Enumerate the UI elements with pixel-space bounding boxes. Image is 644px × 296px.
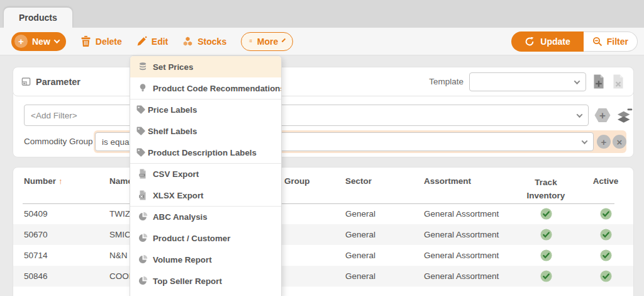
- template-label: Template: [429, 77, 464, 86]
- delete-button[interactable]: Delete: [80, 36, 122, 47]
- refresh-icon: [525, 37, 535, 47]
- chevron-down-icon: [577, 111, 583, 118]
- menu-item-label: XLSX Export: [153, 191, 204, 200]
- add-filter-button[interactable]: +: [594, 108, 611, 123]
- header-divider: [23, 203, 614, 204]
- tab-strip: Products: [0, 0, 644, 28]
- menu-item-label: Volume Report: [153, 255, 212, 265]
- menu-item-label: Product Description Labels: [148, 148, 257, 157]
- menu-item-csv-export[interactable]: CSV Export: [130, 163, 281, 185]
- tab-products-label: Products: [19, 13, 57, 23]
- update-button[interactable]: Update: [511, 31, 583, 52]
- cell-track-inventory: [511, 270, 580, 282]
- menu-item-shelf-labels[interactable]: Shelf Labels: [130, 120, 281, 142]
- menu-item-product-code-recommendations[interactable]: Product Code Recommendations: [130, 77, 281, 99]
- menu-item-set-prices[interactable]: Set Prices: [130, 56, 281, 77]
- column-header-track-inventory[interactable]: Track Inventory: [522, 176, 570, 203]
- template-select[interactable]: [469, 72, 586, 91]
- filter-button-label: Filter: [607, 37, 628, 47]
- cell-active: [580, 249, 631, 261]
- filter-button[interactable]: Filter: [584, 31, 638, 52]
- cell-active: [580, 208, 631, 220]
- remove-condition-button[interactable]: ×: [613, 135, 626, 149]
- menu-item-label: Top Seller Report: [153, 276, 222, 286]
- cell-assortment: General Assortment: [424, 230, 511, 239]
- cell-sector: General: [345, 209, 424, 219]
- cell-assortment: General Assortment: [424, 271, 511, 281]
- pie-chart-icon: [138, 212, 148, 222]
- menu-item-label: Price Labels: [148, 105, 197, 115]
- column-header-active[interactable]: Active: [580, 176, 631, 186]
- parameter-panel-header: Parameter Template: [13, 67, 634, 96]
- column-header-group[interactable]: Group: [284, 176, 345, 186]
- update-button-label: Update: [540, 37, 570, 47]
- menu-item-label: Shelf Labels: [148, 127, 197, 136]
- column-header-assortment[interactable]: Assortment: [424, 176, 511, 186]
- column-header-sector[interactable]: Sector: [345, 176, 424, 186]
- menu-item-xlsx-export[interactable]: XLSX Export: [130, 185, 281, 206]
- cell-number: 50846: [24, 271, 109, 281]
- cell-assortment: General Assortment: [424, 209, 511, 219]
- more-dropdown-menu: Set Prices Product Code Recommendations …: [130, 55, 282, 296]
- menu-item-price-labels[interactable]: Price Labels: [130, 99, 281, 120]
- parameter-title-label: Parameter: [36, 77, 80, 87]
- tag-icon: [136, 105, 146, 115]
- more-button[interactable]: More: [241, 32, 292, 51]
- menu-item-top-seller-report[interactable]: Top Seller Report: [130, 270, 281, 292]
- stocks-button[interactable]: Stocks: [182, 36, 226, 47]
- column-header-label: Number: [24, 176, 56, 186]
- coins-icon: [138, 62, 148, 72]
- panel-layout-icon: [21, 77, 31, 86]
- pie-chart-icon: [138, 276, 148, 286]
- more-button-label: More: [257, 37, 278, 47]
- chevron-down-icon: [574, 78, 580, 84]
- file-csv-icon: [138, 169, 148, 179]
- filter-field-label: Commodity Group: [24, 137, 93, 146]
- new-button-label: New: [32, 37, 50, 47]
- cell-sector: General: [345, 251, 424, 260]
- menu-item-product-customer[interactable]: Product / Customer: [130, 227, 281, 249]
- stocks-button-label: Stocks: [197, 37, 226, 47]
- tag-icon: [136, 126, 146, 136]
- table-row[interactable]: 50409 TWIZ General General Assortment: [13, 203, 633, 224]
- table-row[interactable]: 50714 N&N General General Assortment: [13, 245, 633, 266]
- check-icon: [600, 229, 612, 241]
- chevron-down-icon: [282, 38, 286, 43]
- add-condition-button[interactable]: +: [597, 135, 611, 149]
- plus-icon: +: [14, 35, 28, 48]
- tab-products[interactable]: Products: [4, 8, 72, 28]
- new-button[interactable]: + New: [11, 32, 66, 51]
- cell-number: 50670: [24, 230, 109, 239]
- menu-item-label: Product Code Recommendations: [153, 84, 282, 93]
- cell-sector: General: [345, 271, 424, 281]
- table-row[interactable]: 50846 COOK General General Assortment: [13, 266, 633, 287]
- chevron-down-icon: [53, 37, 60, 43]
- edit-button[interactable]: Edit: [136, 36, 168, 47]
- add-filter-placeholder: <Add Filter>: [31, 111, 77, 120]
- menu-item-label: Product / Customer: [153, 234, 230, 243]
- table-row[interactable]: 50670 SMICK General General Assortment: [13, 224, 633, 245]
- trash-icon: [80, 36, 91, 47]
- menu-item-product-description-labels[interactable]: Product Description Labels: [130, 142, 281, 163]
- menu-item-volume-report[interactable]: Volume Report: [130, 249, 281, 270]
- lightbulb-icon: [138, 83, 148, 93]
- menu-item-abc-analysis[interactable]: ABC Analysis: [130, 206, 281, 227]
- update-filter-group: Update Filter: [511, 31, 638, 52]
- check-icon: [540, 270, 552, 282]
- column-header-number[interactable]: Number↑: [24, 176, 109, 186]
- cell-number: 50409: [24, 209, 109, 219]
- chevron-down-icon: [582, 138, 588, 144]
- file-delete-icon: [611, 74, 625, 89]
- pie-chart-icon: [138, 254, 148, 265]
- check-icon: [600, 208, 612, 220]
- commodity-group-filter-row: Commodity Group is equal + ×: [24, 130, 626, 153]
- cell-track-inventory: [511, 229, 580, 241]
- cell-assortment: General Assortment: [424, 251, 511, 260]
- file-add-icon[interactable]: [592, 74, 606, 89]
- add-filter-select[interactable]: <Add Filter>: [24, 105, 589, 126]
- edit-button-label: Edit: [152, 37, 168, 47]
- cell-number: 50714: [24, 251, 109, 260]
- tag-icon: [136, 147, 146, 157]
- layers-remove-icon[interactable]: [616, 108, 633, 123]
- cell-active: [580, 270, 631, 282]
